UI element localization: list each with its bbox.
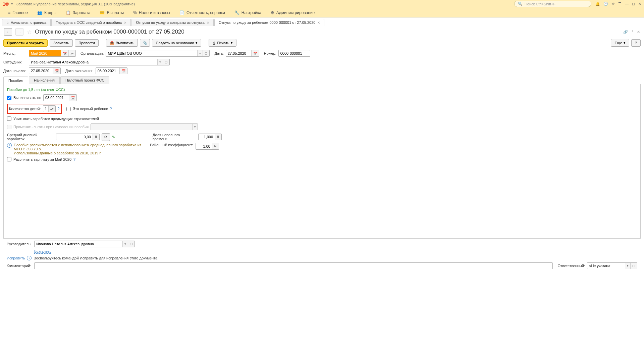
open-icon[interactable]: ▢: [163, 59, 169, 65]
hamburger-icon[interactable]: ≡: [11, 2, 13, 6]
favorite-star-icon[interactable]: ☆: [27, 29, 32, 35]
open-icon[interactable]: ▢: [203, 50, 209, 56]
parttime-input[interactable]: 🖩: [198, 134, 222, 140]
pencil-icon[interactable]: ✎: [112, 135, 115, 139]
tab-leave-list[interactable]: Отпуска по уходу и возвраты из отпуска✕: [131, 19, 213, 26]
pay-until-input[interactable]: [43, 94, 77, 101]
help-icon[interactable]: ?: [110, 107, 112, 111]
employee-input[interactable]: ▾ ▢: [29, 59, 170, 65]
menu-admin[interactable]: ⚙Администрирование: [266, 10, 319, 15]
number-field[interactable]: [279, 50, 310, 56]
post-close-button[interactable]: Провести и закрыть: [3, 39, 48, 47]
pay-until-field[interactable]: [44, 95, 69, 101]
calendar-icon[interactable]: [61, 50, 68, 56]
attach-button[interactable]: 📎: [140, 39, 150, 47]
maximize-icon[interactable]: ◻: [632, 2, 635, 6]
spinner-icon[interactable]: ▴▾: [68, 50, 75, 56]
search-input[interactable]: 🔍 Поиск Ctrl+Shift+F: [514, 1, 591, 7]
month-field[interactable]: [29, 50, 61, 56]
employee-field[interactable]: [29, 59, 157, 65]
dropdown-icon[interactable]: ▾: [122, 241, 128, 247]
tab-close-icon[interactable]: ✕: [207, 21, 209, 24]
first-child-checkbox[interactable]: [66, 107, 71, 111]
kebab-icon[interactable]: ⋮: [631, 30, 634, 34]
pay-button[interactable]: 📤Выплатить: [106, 39, 138, 47]
menu-main[interactable]: ≡Главное: [3, 10, 33, 15]
help-button[interactable]: ?: [631, 39, 641, 47]
post-button[interactable]: Провести: [75, 39, 99, 47]
open-icon[interactable]: ▢: [630, 263, 637, 269]
calendar-icon[interactable]: [251, 50, 259, 56]
comment-input[interactable]: [34, 262, 553, 269]
bell-icon[interactable]: 🔔: [595, 2, 600, 6]
pay-until-checkbox[interactable]: [7, 96, 11, 100]
month-input[interactable]: ▴▾: [29, 50, 76, 57]
history-icon[interactable]: 🕑: [603, 2, 608, 6]
org-field[interactable]: [106, 50, 197, 56]
dropdown-icon[interactable]: ▾: [157, 59, 163, 65]
fix-link[interactable]: Исправить: [7, 256, 25, 260]
responsible-input[interactable]: ▾ ▢: [587, 262, 637, 269]
end-input[interactable]: [96, 67, 127, 74]
date-field[interactable]: [226, 50, 251, 56]
more-button[interactable]: Еще ▾: [611, 39, 629, 47]
date-input[interactable]: [226, 50, 259, 57]
dropdown-icon[interactable]: ▾: [625, 263, 630, 269]
calc-icon[interactable]: 🖩: [215, 134, 221, 140]
nav-back-button[interactable]: ←: [4, 28, 12, 36]
help-icon[interactable]: ?: [58, 107, 60, 111]
number-input[interactable]: [278, 50, 310, 57]
end-field[interactable]: [96, 68, 119, 74]
avg-daily-field[interactable]: [56, 134, 93, 140]
accountant-link[interactable]: Бухгалтер: [34, 249, 51, 254]
calc-icon[interactable]: 🖩: [93, 134, 99, 140]
menu-otchet[interactable]: 📄Отчетность, справки: [175, 10, 230, 15]
calendar-icon[interactable]: [69, 95, 76, 101]
menu-nalogi[interactable]: %Налоги и взносы: [128, 10, 175, 15]
create-based-button[interactable]: Создать на основании ▾: [152, 39, 201, 47]
minimize-icon[interactable]: —: [625, 2, 629, 6]
save-button[interactable]: Записать: [50, 39, 73, 47]
children-count-input[interactable]: ▴▾: [43, 105, 56, 112]
comment-field[interactable]: [35, 263, 552, 269]
star-icon[interactable]: ☆: [611, 2, 615, 6]
link-icon[interactable]: 🔗: [623, 30, 628, 34]
dropdown-icon[interactable]: ▾: [197, 50, 203, 56]
manager-field[interactable]: [35, 241, 122, 247]
recalc-checkbox[interactable]: [7, 157, 11, 161]
parttime-field[interactable]: [199, 134, 215, 140]
calc-icon[interactable]: 🖩: [212, 143, 219, 149]
menu-vyplaty[interactable]: 💳Выплаты: [95, 10, 128, 15]
manager-input[interactable]: ▾ ▢: [34, 241, 135, 247]
nav-forward-button[interactable]: →: [15, 28, 23, 36]
tab-accruals[interactable]: Начисления: [29, 76, 60, 84]
tab-close-icon[interactable]: ✕: [124, 21, 126, 24]
org-input[interactable]: ▾ ▢: [106, 50, 210, 57]
refresh-button[interactable]: ⟳: [102, 133, 110, 141]
close-doc-icon[interactable]: ✕: [637, 30, 640, 34]
menu-zarplata[interactable]: 📋Зарплата: [61, 10, 95, 15]
spinner-icon[interactable]: ▴▾: [48, 106, 55, 112]
close-icon[interactable]: ✕: [638, 2, 641, 6]
tab-fss-transfer[interactable]: Передача в ФСС сведений о пособиях✕: [51, 19, 131, 26]
start-field[interactable]: [29, 68, 53, 74]
tab-home[interactable]: ⌂Начальная страница: [2, 19, 51, 26]
children-count-field[interactable]: [43, 106, 48, 112]
help-icon[interactable]: ?: [73, 157, 75, 161]
responsible-field[interactable]: [587, 263, 625, 269]
avg-daily-input[interactable]: 🖩: [56, 134, 100, 140]
tab-fss-pilot[interactable]: Пилотный проект ФСС: [60, 76, 109, 84]
start-input[interactable]: [29, 67, 61, 74]
tab-close-icon[interactable]: ✕: [317, 21, 320, 24]
calendar-icon[interactable]: [119, 68, 127, 74]
region-coef-input[interactable]: 🖩: [196, 143, 219, 150]
calendar-icon[interactable]: [53, 68, 60, 74]
open-icon[interactable]: ▢: [128, 241, 135, 247]
panel-icon[interactable]: ☰: [618, 2, 622, 6]
menu-kadry[interactable]: 👥Кадры: [33, 10, 61, 15]
menu-nastroika[interactable]: 🔧Настройка: [230, 10, 266, 15]
prev-employer-checkbox[interactable]: [7, 116, 11, 121]
tab-benefits[interactable]: Пособия: [3, 77, 28, 84]
tab-leave-doc[interactable]: Отпуск по уходу за ребенком 0000-000001 …: [214, 19, 324, 26]
region-coef-field[interactable]: [196, 143, 212, 149]
